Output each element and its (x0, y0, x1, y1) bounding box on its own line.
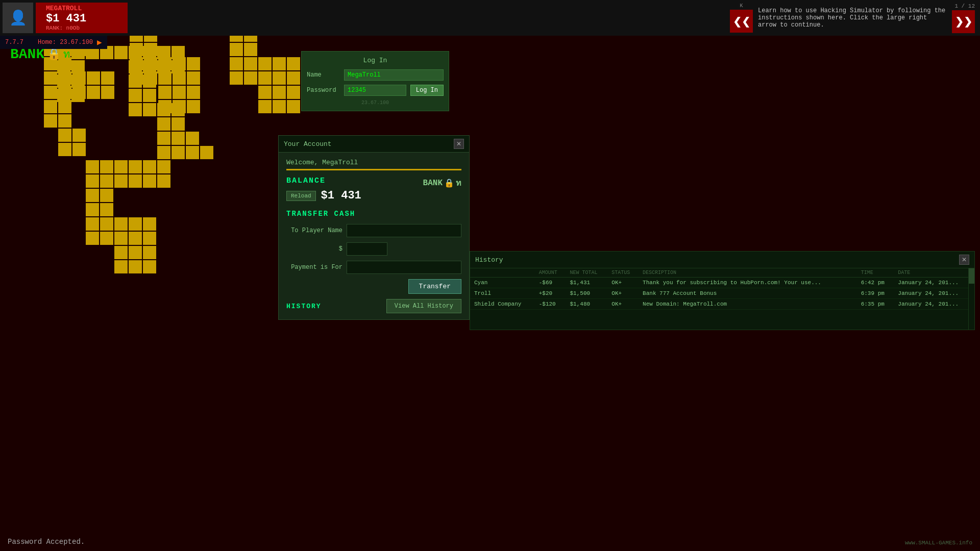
home-label: Home: 23.67.100 (38, 39, 93, 46)
login-password-label: Password (307, 87, 340, 94)
history-titlebar: History ✕ (470, 252, 974, 268)
row-date: January 24, 201... (894, 288, 974, 299)
row-description: Bank 777 Account Bonus (639, 288, 857, 299)
table-row: Troll +$20 $1,500 OK+ Bank 777 Account B… (470, 288, 974, 299)
player-info: MEGATROLL $1 431 RANK: n0Ob (36, 3, 128, 33)
row-time: 6:42 pm (857, 278, 894, 288)
history-title: History (475, 256, 503, 264)
reload-button[interactable]: Reload (286, 191, 316, 201)
login-name-input[interactable] (344, 69, 444, 81)
transfer-amount-row: $ (286, 242, 461, 256)
row-player: Troll (470, 288, 535, 299)
modal-titlebar: Your Account ✕ (279, 136, 469, 153)
player-balance: $1 431 (46, 12, 117, 25)
welcome-text: Welcome, MegaTroll (286, 159, 461, 166)
watermark: www.SMALL-GAMES.info (905, 540, 972, 546)
col-date: DATE (894, 268, 974, 278)
row-time: 6:35 pm (857, 299, 894, 310)
history-scrollbar-thumb[interactable] (969, 268, 974, 284)
col-status: STATUS (607, 268, 639, 278)
col-time: TIME (857, 268, 894, 278)
row-newtotal: $1,500 (566, 288, 607, 299)
player-name: MEGATROLL (46, 5, 117, 12)
transfer-dollar-label: $ (286, 245, 342, 253)
transfer-player-input[interactable] (347, 224, 461, 237)
history-section: HISTORY View All History (286, 294, 461, 313)
row-description: New Domain: MegaTroll.com (639, 299, 857, 310)
tutorial-counter: 1 / 12 (954, 3, 975, 9)
row-player: Cyan (470, 278, 535, 288)
yellow-divider (286, 169, 461, 170)
login-password-input[interactable] (344, 85, 406, 96)
view-history-button[interactable]: View All History (386, 299, 461, 313)
transfer-player-row: To Player Name (286, 224, 461, 237)
row-status: OK+ (607, 288, 639, 299)
row-description: Thank you for subscribing to HubPorn.com… (639, 278, 857, 288)
home-ip: 7.7.7 (5, 39, 23, 46)
balance-left: BALANCE Reload $1 431 (286, 177, 361, 202)
login-name-label: Name (307, 71, 340, 79)
transfer-section: TRANSFER CASH To Player Name $ Payment i… (286, 210, 461, 274)
modal-close-button[interactable]: ✕ (454, 139, 464, 149)
login-title: Log In (307, 57, 444, 64)
row-status: OK+ (607, 278, 639, 288)
tutorial-prev-btn[interactable]: ❮❮ (730, 10, 753, 33)
top-bar: 👤 MEGATROLL $1 431 RANK: n0Ob K ❮❮ Learn… (0, 0, 980, 36)
history-scroll-area[interactable]: AMOUNT NEW TOTAL STATUS DESCRIPTION TIME… (470, 268, 974, 330)
col-amount: AMOUNT (535, 268, 566, 278)
password-message: Password Accepted. (8, 538, 85, 546)
modal-title: Your Account (284, 140, 332, 148)
row-amount: -$120 (535, 299, 566, 310)
row-amount: -$69 (535, 278, 566, 288)
tutorial-next-btn[interactable]: ❯❯ (952, 10, 975, 33)
home-arrow[interactable]: ▶ (97, 37, 102, 47)
balance-amount: $1 431 (321, 189, 361, 202)
mini-bank-logo: BANK 🔒 ท (423, 177, 461, 189)
col-player (470, 268, 535, 278)
table-row: Cyan -$69 $1,431 OK+ Thank you for subsc… (470, 278, 974, 288)
transfer-player-label: To Player Name (286, 227, 342, 234)
home-bar: 7.7.7 Home: 23.67.100 ▶ (0, 36, 107, 49)
tutorial-k: K (740, 3, 743, 9)
transfer-payment-label: Payment is For (286, 264, 342, 271)
col-newtotal: NEW TOTAL (566, 268, 607, 278)
tutorial-area: K ❮❮ Learn how to use Hacking Simulator … (725, 0, 980, 36)
row-newtotal: $1,480 (566, 299, 607, 310)
history-table: AMOUNT NEW TOTAL STATUS DESCRIPTION TIME… (470, 268, 974, 310)
transfer-payment-row: Payment is For (286, 261, 461, 274)
login-panel: Log In Name Password Log In 23.67.100 (301, 51, 449, 111)
player-avatar: 👤 (3, 3, 33, 33)
tutorial-text: Learn how to use Hacking Simulator by fo… (758, 7, 947, 29)
history-panel: History ✕ AMOUNT NEW TOTAL STATUS DESCRI… (470, 251, 975, 330)
col-description: DESCRIPTION (639, 268, 857, 278)
row-player: Shield Company (470, 299, 535, 310)
login-password-row: Password Log In (307, 85, 444, 96)
row-status: OK+ (607, 299, 639, 310)
balance-row: Reload $1 431 (286, 189, 361, 202)
mini-bank-text: BANK (423, 179, 443, 188)
login-ip: 23.67.100 (307, 100, 444, 106)
row-date: January 24, 201... (894, 278, 974, 288)
row-time: 6:39 pm (857, 288, 894, 299)
row-newtotal: $1,431 (566, 278, 607, 288)
row-date: January 24, 201... (894, 299, 974, 310)
transfer-button[interactable]: Transfer (408, 279, 461, 294)
balance-section: BALANCE Reload $1 431 BANK 🔒 ท (286, 177, 461, 202)
transfer-title: TRANSFER CASH (286, 210, 461, 218)
history-scrollbar[interactable] (968, 268, 974, 330)
transfer-amount-input[interactable] (347, 242, 387, 256)
login-button[interactable]: Log In (410, 85, 444, 96)
mini-bank-symbol: ท (456, 177, 461, 189)
table-row: Shield Company -$120 $1,480 OK+ New Doma… (470, 299, 974, 310)
modal-body: Welcome, MegaTroll BALANCE Reload $1 431… (279, 153, 469, 319)
login-name-row: Name (307, 69, 444, 81)
account-modal: Your Account ✕ Welcome, MegaTroll BALANC… (278, 135, 470, 320)
history-label: HISTORY (286, 303, 322, 310)
player-rank: RANK: n0Ob (46, 25, 117, 31)
history-header-row: AMOUNT NEW TOTAL STATUS DESCRIPTION TIME… (470, 268, 974, 278)
balance-title: BALANCE (286, 177, 361, 185)
transfer-payment-input[interactable] (347, 261, 461, 274)
row-amount: +$20 (535, 288, 566, 299)
mini-lock-icon: 🔒 (444, 178, 454, 188)
history-close-button[interactable]: ✕ (959, 255, 969, 265)
